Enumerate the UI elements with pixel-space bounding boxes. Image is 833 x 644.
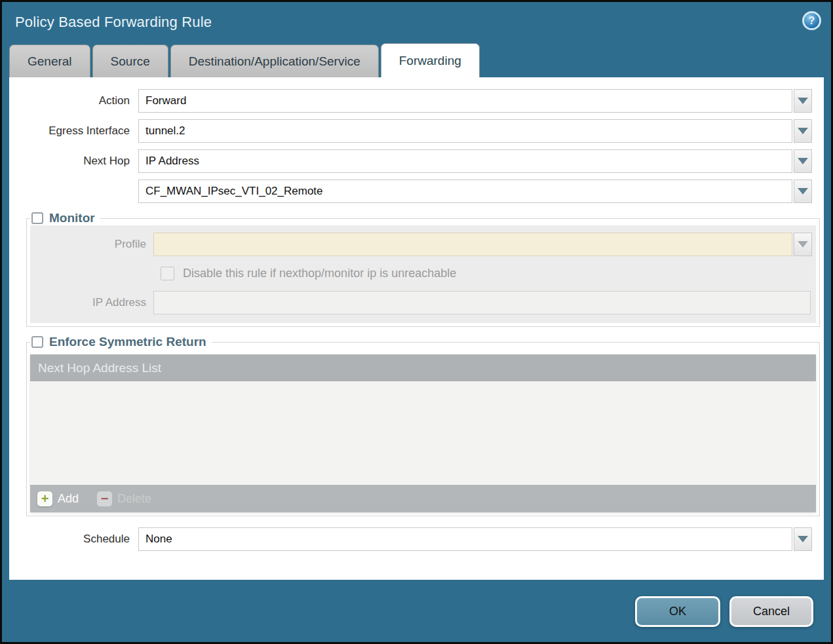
egress-interface-select[interactable]: tunnel.2 (138, 119, 812, 143)
next-hop-address-list-toolbar: + Add − Delete (30, 485, 816, 512)
schedule-row: Schedule None (9, 527, 812, 551)
monitor-legend-label: Monitor (49, 211, 95, 225)
plus-icon: + (37, 491, 52, 506)
tab-forwarding[interactable]: Forwarding (381, 43, 480, 77)
next-hop-address-row: CF_MWAN_IPsec_VTI_02_Remote (9, 180, 812, 203)
next-hop-address-list-header: Next Hop Address List (30, 354, 816, 381)
chevron-down-icon (798, 188, 808, 195)
tab-source-label: Source (111, 54, 150, 69)
next-hop-type-value: IP Address (138, 149, 792, 173)
tab-forwarding-label: Forwarding (399, 54, 461, 68)
tab-source[interactable]: Source (92, 45, 168, 77)
egress-interface-row: Egress Interface tunnel.2 (9, 119, 812, 143)
tab-general-label: General (28, 54, 72, 69)
dialog-footer: OK Cancel (2, 580, 831, 642)
disable-rule-checkbox (161, 267, 174, 280)
tab-general[interactable]: General (9, 45, 90, 77)
cancel-button-label: Cancel (753, 605, 790, 618)
monitor-fieldset: Monitor Profile Disable this rule if nex… (26, 211, 820, 327)
schedule-label: Schedule (9, 527, 138, 551)
action-label: Action (9, 89, 138, 113)
tab-destination-label: Destination/Application/Service (189, 54, 360, 69)
ok-button[interactable]: OK (635, 596, 720, 627)
next-hop-type-select[interactable]: IP Address (138, 149, 812, 173)
monitor-ip-address-row: IP Address (30, 291, 812, 314)
disable-rule-label: Disable this rule if nexthop/monitor ip … (183, 267, 456, 280)
chevron-down-icon (798, 158, 808, 164)
help-icon[interactable]: ? (802, 11, 821, 30)
cancel-button[interactable]: Cancel (729, 596, 813, 627)
next-hop-address-label-spacer (9, 180, 138, 203)
add-button[interactable]: + Add (37, 491, 79, 506)
symmetric-return-legend-label: Enforce Symmetric Return (49, 335, 206, 349)
next-hop-address-value: CF_MWAN_IPsec_VTI_02_Remote (138, 180, 792, 203)
next-hop-type-dropdown-button[interactable] (794, 149, 812, 173)
action-value: Forward (138, 89, 792, 113)
egress-interface-dropdown-button[interactable] (794, 119, 812, 143)
tab-destination-application-service[interactable]: Destination/Application/Service (170, 45, 379, 77)
tab-bar: General Source Destination/Application/S… (9, 43, 480, 77)
pbf-rule-dialog: Policy Based Forwarding Rule ? General S… (0, 0, 833, 644)
chevron-down-icon (798, 98, 808, 104)
egress-interface-label: Egress Interface (9, 119, 138, 143)
monitor-panel: Profile Disable this rule if nexthop/mon… (30, 225, 816, 323)
monitor-legend: Monitor (30, 211, 100, 225)
monitor-ip-address-label: IP Address (30, 291, 153, 314)
next-hop-address-list-body (30, 381, 816, 485)
profile-dropdown-button (794, 233, 812, 256)
ok-button-label: OK (669, 605, 686, 618)
monitor-ip-address-input (153, 291, 811, 314)
dialog-title: Policy Based Forwarding Rule (15, 14, 212, 31)
enforce-symmetric-return-checkbox[interactable] (31, 336, 43, 348)
egress-interface-value: tunnel.2 (138, 119, 792, 143)
delete-button-label: Delete (117, 492, 151, 506)
disable-rule-row: Disable this rule if nexthop/monitor ip … (161, 263, 812, 283)
profile-value (153, 233, 792, 256)
chevron-down-icon (798, 128, 808, 134)
action-row: Action Forward (9, 89, 812, 113)
next-hop-label: Next Hop (9, 149, 138, 173)
chevron-down-icon (798, 536, 808, 542)
minus-icon: − (97, 491, 112, 506)
next-hop-address-select[interactable]: CF_MWAN_IPsec_VTI_02_Remote (138, 180, 812, 203)
action-select[interactable]: Forward (138, 89, 812, 113)
action-dropdown-button[interactable] (794, 89, 812, 113)
monitor-checkbox[interactable] (31, 212, 43, 224)
next-hop-row: Next Hop IP Address (9, 149, 812, 173)
schedule-select[interactable]: None (138, 527, 812, 551)
chevron-down-icon (798, 241, 808, 248)
next-hop-address-list-grid: Next Hop Address List + Add − Delete (30, 354, 816, 512)
delete-button: − Delete (97, 491, 151, 506)
next-hop-address-dropdown-button[interactable] (794, 180, 812, 203)
schedule-value: None (138, 527, 792, 551)
add-button-label: Add (58, 492, 79, 506)
profile-row: Profile (30, 233, 812, 256)
help-glyph: ? (809, 15, 815, 27)
profile-label: Profile (30, 233, 153, 256)
symmetric-return-fieldset: Enforce Symmetric Return Next Hop Addres… (26, 335, 820, 516)
forwarding-tab-panel: Action Forward Egress Interface tunnel.2… (9, 77, 824, 580)
symmetric-return-legend: Enforce Symmetric Return (30, 335, 212, 349)
schedule-dropdown-button[interactable] (794, 527, 812, 551)
